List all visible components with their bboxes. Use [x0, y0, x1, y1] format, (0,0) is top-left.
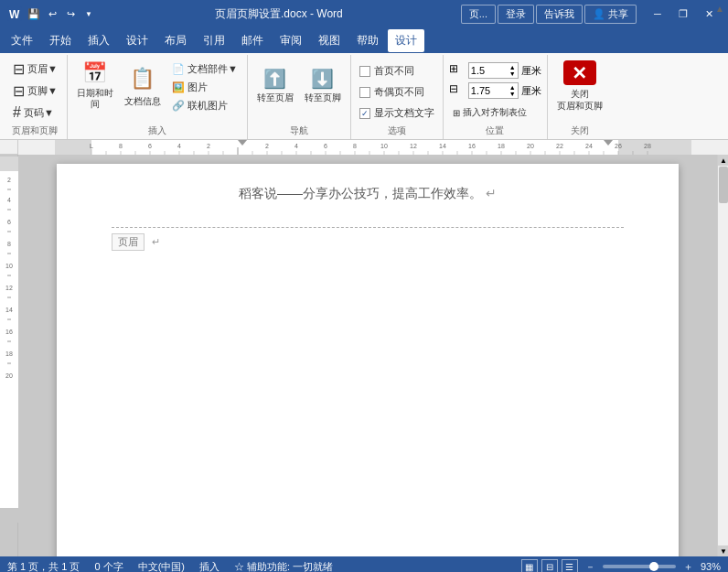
zoom-in-icon[interactable]: ＋: [683, 560, 693, 573]
page-number-icon: #: [13, 104, 21, 121]
horizontal-ruler: L 8 6 4 2 2: [18, 140, 728, 155]
scroll-up-button[interactable]: ▲: [718, 155, 728, 166]
first-page-different-check[interactable]: 首页不同: [357, 62, 437, 80]
svg-text:18: 18: [5, 351, 13, 357]
insert-group-content: 📅 日期和时间 📋 文档信息 📄 文档部件▼ 🖼️: [73, 59, 241, 123]
menu-review[interactable]: 审阅: [273, 29, 309, 52]
document-scroll-area[interactable]: 稻客说——分享办公技巧，提高工作效率。 ↵ 页眉 ↵: [18, 155, 717, 556]
view-outline-button[interactable]: ☰: [562, 559, 578, 572]
show-doc-text-label: 显示文档文字: [374, 106, 434, 120]
top-unit: 厘米: [521, 64, 541, 78]
menu-layout[interactable]: 布局: [157, 29, 194, 52]
odd-even-different-check[interactable]: 奇偶页不同: [357, 83, 437, 101]
redo-icon[interactable]: ↪: [62, 5, 79, 22]
language: 中文(中国): [138, 560, 185, 573]
scroll-down-button[interactable]: ▼: [718, 545, 728, 556]
insert-right-col: 📄 文档部件▼ 🖼️ 图片 🔗 联机图片: [168, 59, 241, 114]
doc-container: 2 4 6 8 10 12 14 16 18 20: [0, 155, 728, 556]
insert-align-tab-button[interactable]: ⊞ 插入对齐制表位: [449, 104, 541, 121]
svg-text:16: 16: [5, 329, 13, 335]
menu-file[interactable]: 文件: [4, 29, 40, 52]
login-button[interactable]: 登录: [498, 5, 534, 24]
goto-footer-button[interactable]: ⬇️ 转至页脚: [301, 59, 345, 112]
top-position-value: 1.5: [471, 65, 485, 76]
view-print-button[interactable]: ▦: [521, 559, 538, 572]
status-right: ▦ ⊟ ☰ － ＋ 93%: [521, 559, 721, 572]
minimize-button[interactable]: ─: [646, 0, 669, 27]
goto-header-button[interactable]: ⬆️ 转至页眉: [253, 59, 297, 112]
menu-help[interactable]: 帮助: [349, 29, 386, 52]
header-icon: ⊟: [13, 60, 25, 78]
doc-parts-button[interactable]: 📄 文档部件▼: [168, 60, 241, 78]
bottom-position-input[interactable]: 1.75 ▲▼: [468, 82, 519, 99]
footer-button[interactable]: ⊟ 页脚▼: [9, 81, 61, 102]
right-scrollbar: ▲ ▼: [717, 155, 728, 556]
menu-insert[interactable]: 插入: [80, 29, 117, 52]
picture-icon: 🖼️: [172, 81, 185, 93]
insert-buttons: 📅 日期和时间 📋 文档信息 📄 文档部件▼ 🖼️: [73, 59, 241, 114]
qa-button[interactable]: 告诉我: [536, 5, 583, 24]
scroll-track: [718, 166, 728, 545]
bottom-spin-arrows[interactable]: ▲▼: [509, 84, 516, 97]
word-count: 0 个字: [94, 560, 123, 573]
svg-text:16: 16: [468, 143, 476, 149]
undo-icon[interactable]: ↩: [44, 5, 60, 22]
menu-home[interactable]: 开始: [42, 29, 79, 52]
ruler-svg: L 8 6 4 2 2: [18, 140, 728, 155]
doc-parts-icon: 📄: [172, 63, 185, 75]
svg-rect-4: [55, 140, 91, 155]
header-area[interactable]: 稻客说——分享办公技巧，提高工作效率。 ↵: [112, 182, 624, 228]
customize-icon[interactable]: ▼: [80, 5, 97, 22]
bottom-icon: ⊟: [449, 82, 466, 99]
menu-view[interactable]: 视图: [311, 29, 348, 52]
ribbon-group-insert: 📅 日期和时间 📋 文档信息 📄 文档部件▼ 🖼️: [68, 55, 248, 139]
nav-group-label: 导航: [290, 124, 308, 137]
show-doc-text-check[interactable]: ✓ 显示文档文字: [357, 104, 437, 122]
svg-text:6: 6: [148, 143, 152, 149]
body-text: 稻客说——分享办公技巧，提高工作效率。 ↵: [112, 182, 624, 206]
first-page-checkbox[interactable]: [359, 66, 370, 77]
show-doc-text-checkbox[interactable]: ✓: [359, 108, 370, 119]
zoom-slider[interactable]: [603, 565, 676, 568]
goto-footer-label: 转至页脚: [305, 92, 341, 103]
top-position-input[interactable]: 1.5 ▲▼: [468, 62, 519, 79]
options-checkboxes: 首页不同 奇偶页不同 ✓ 显示文档文字: [357, 59, 437, 122]
header-return-char: ↵: [152, 236, 160, 248]
return-char: ↵: [486, 186, 497, 200]
restore-button[interactable]: ❐: [671, 0, 695, 27]
menu-design[interactable]: 设计: [119, 29, 155, 52]
first-page-label: 首页不同: [374, 64, 414, 78]
tab-label[interactable]: 页...: [461, 5, 496, 24]
date-time-button[interactable]: 📅 日期和时间: [73, 59, 117, 112]
title-bar-right: 页... 登录 告诉我 👤 共享 ─ ❐ ✕: [461, 0, 721, 27]
page-number-button[interactable]: # 页码▼: [9, 103, 61, 123]
svg-text:2: 2: [207, 143, 210, 149]
svg-text:W: W: [9, 8, 20, 21]
document-page: 稻客说——分享办公技巧，提高工作效率。 ↵ 页眉 ↵: [57, 164, 679, 556]
zoom-out-icon[interactable]: －: [585, 560, 595, 573]
menu-mailings[interactable]: 邮件: [234, 29, 271, 52]
odd-even-checkbox[interactable]: [359, 87, 370, 98]
svg-text:22: 22: [556, 143, 563, 149]
view-buttons: ▦ ⊟ ☰: [521, 559, 578, 572]
svg-text:L: L: [90, 143, 93, 149]
vertical-ruler-svg: 2 4 6 8 10 12 14 16 18 20: [0, 156, 18, 523]
window-title: 页眉页脚设置.docx - Word: [97, 6, 461, 22]
ribbon: ⊟ 页眉▼ ⊟ 页脚▼ # 页码▼ 页眉和页脚 📅: [0, 53, 728, 140]
doc-info-button[interactable]: 📋 文档信息: [121, 59, 165, 112]
save-icon[interactable]: 💾: [26, 5, 42, 22]
menu-references[interactable]: 引用: [196, 29, 232, 52]
online-picture-button[interactable]: 🔗 联机图片: [168, 97, 241, 114]
close-header-footer-button[interactable]: ✕ 关闭页眉和页脚: [553, 59, 606, 113]
share-button[interactable]: 👤 共享: [584, 5, 637, 24]
ribbon-collapse-button[interactable]: ▲: [715, 4, 724, 14]
ribbon-group-header-footer: ⊟ 页眉▼ ⊟ 页脚▼ # 页码▼ 页眉和页脚: [4, 55, 68, 139]
scroll-thumb[interactable]: [719, 167, 728, 203]
ribbon-group-navigation: ⬆️ 转至页眉 ⬇️ 转至页脚 导航: [248, 55, 351, 139]
view-web-button[interactable]: ⊟: [541, 559, 558, 572]
svg-text:12: 12: [5, 285, 13, 291]
picture-button[interactable]: 🖼️ 图片: [168, 79, 241, 96]
menu-header-footer-design[interactable]: 设计: [388, 29, 424, 52]
top-spin-arrows[interactable]: ▲▼: [509, 64, 516, 77]
header-button[interactable]: ⊟ 页眉▼: [9, 59, 61, 80]
